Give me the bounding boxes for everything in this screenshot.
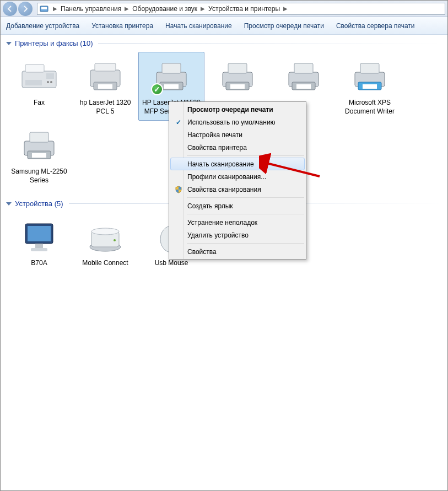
cm-label: Устранение неполадок: [187, 219, 257, 226]
svg-rect-11: [98, 84, 112, 89]
group-header-printers[interactable]: Принтеры и факсы (10): [1, 35, 447, 50]
svg-rect-34: [35, 244, 43, 248]
device-label: Microsoft XPS Document Writer: [339, 99, 400, 116]
svg-rect-31: [32, 153, 46, 158]
svg-rect-35: [31, 248, 47, 251]
svg-rect-1: [41, 7, 47, 9]
nav-back-button[interactable]: [3, 2, 17, 16]
drive-icon: [75, 217, 136, 257]
cm-label: Свойства принтера: [187, 144, 247, 152]
group-count: (5): [55, 199, 63, 208]
nav-forward-button[interactable]: [18, 2, 33, 16]
svg-rect-25: [360, 63, 379, 73]
arrow-left-icon: [7, 6, 13, 12]
arrow-right-icon: [22, 6, 29, 12]
cm-create-shortcut[interactable]: Создать ярлык: [170, 199, 305, 212]
breadcrumb-sep: ▶: [198, 6, 207, 12]
cm-troubleshoot[interactable]: Устранение неполадок: [170, 216, 305, 229]
device-label: hp LaserJet 1320 PCL 5: [75, 99, 136, 116]
cm-scan-props[interactable]: Свойства сканирования: [170, 183, 305, 196]
address-bar[interactable]: ▶ Панель управления ▶ Оборудование и зву…: [37, 3, 445, 15]
breadcrumb-part[interactable]: Устройства и принтеры: [207, 5, 281, 13]
svg-rect-19: [230, 84, 245, 89]
device-label: Usb Mouse: [141, 259, 202, 268]
printer-icon: [339, 57, 400, 96]
breadcrumb-sep: ▶: [281, 6, 290, 12]
device-item-mobile-connect[interactable]: Mobile Connect: [72, 212, 138, 273]
svg-rect-17: [228, 63, 247, 73]
command-bar: Добавление устройства Установка принтера…: [1, 17, 447, 35]
cm-label: Свойства сканирования: [187, 186, 261, 193]
svg-rect-7: [25, 80, 42, 85]
cm-scan-profiles[interactable]: Профили сканирования...: [170, 170, 305, 183]
svg-point-5: [47, 81, 49, 83]
default-check-icon: ✓: [151, 83, 163, 95]
cm-label: Настройка печати: [187, 131, 242, 139]
svg-rect-29: [30, 132, 48, 142]
breadcrumb-part[interactable]: Панель управления: [60, 5, 122, 13]
svg-rect-21: [294, 63, 313, 73]
cm-label: Использовать по умолчанию: [187, 118, 276, 126]
toolbar-server-props[interactable]: Свойства сервера печати: [335, 20, 416, 32]
control-panel-icon: [40, 4, 48, 13]
device-item-fax[interactable]: Fax: [6, 52, 72, 121]
printer-icon: ✓: [141, 57, 202, 96]
svg-rect-15: [164, 84, 179, 89]
fax-icon: [9, 57, 69, 96]
svg-rect-23: [296, 84, 311, 89]
shield-icon: [174, 185, 183, 194]
chevron-down-icon: [6, 42, 12, 45]
group-title: Устройства: [15, 199, 52, 208]
cm-print-prefs[interactable]: Настройка печати: [170, 128, 305, 141]
printer-icon: [207, 57, 268, 96]
device-item-hp1320[interactable]: hp LaserJet 1320 PCL 5: [72, 52, 138, 121]
toolbar-add-device[interactable]: Добавление устройства: [5, 20, 80, 32]
check-icon: ✓: [174, 118, 183, 127]
group-divider: [98, 43, 442, 44]
device-label: B70A: [9, 259, 69, 268]
titlebar: ▶ Панель управления ▶ Оборудование и зву…: [1, 1, 447, 17]
cm-properties[interactable]: Свойства: [170, 245, 305, 258]
svg-rect-13: [162, 63, 181, 73]
cm-label: Просмотр очереди печати: [187, 106, 273, 114]
svg-rect-9: [95, 63, 116, 71]
printer-icon: [273, 57, 334, 96]
toolbar-print-queue[interactable]: Просмотр очереди печати: [243, 20, 325, 32]
cm-remove-device[interactable]: Удалить устройство: [170, 229, 305, 241]
cm-label: Удалить устройство: [187, 231, 249, 239]
cm-start-scan[interactable]: Начать сканирование: [170, 158, 305, 170]
svg-point-38: [91, 228, 119, 235]
toolbar-start-scan[interactable]: Начать сканирование: [164, 20, 233, 32]
cm-label: Создать ярлык: [187, 202, 233, 210]
device-label: Samsung ML-2250 Series: [9, 168, 69, 185]
breadcrumb-part[interactable]: Оборудование и звук: [131, 5, 198, 13]
chevron-down-icon: [6, 202, 12, 206]
cm-separator: [187, 197, 304, 198]
cm-separator: [187, 214, 304, 214]
cm-label: Свойства: [187, 248, 217, 256]
cm-separator: [187, 243, 304, 244]
cm-set-default[interactable]: ✓ Использовать по умолчанию: [170, 116, 305, 128]
device-label: Mobile Connect: [75, 259, 136, 268]
svg-rect-33: [28, 226, 51, 241]
svg-point-6: [50, 81, 52, 83]
group-count: (10): [80, 39, 93, 47]
cm-printer-props[interactable]: Свойства принтера: [170, 141, 305, 154]
cm-view-queue[interactable]: Просмотр очереди печати: [170, 103, 305, 116]
device-item-samsung[interactable]: Samsung ML-2250 Series: [6, 121, 72, 190]
toolbar-install-printer[interactable]: Установка принтера: [90, 20, 154, 32]
device-label: Fax: [9, 99, 69, 107]
group-title: Принтеры и факсы: [15, 39, 78, 47]
svg-rect-27: [363, 84, 377, 89]
svg-rect-4: [46, 73, 54, 79]
printer-icon: [9, 126, 69, 165]
cm-label: Начать сканирование: [187, 160, 254, 168]
monitor-icon: [9, 217, 69, 257]
svg-point-39: [114, 239, 116, 241]
breadcrumb-sep: ▶: [51, 6, 60, 12]
printer-icon: [75, 57, 136, 96]
device-item-xps[interactable]: Microsoft XPS Document Writer: [337, 52, 403, 121]
device-item-computer[interactable]: B70A: [6, 212, 72, 273]
cm-label: Профили сканирования...: [187, 173, 266, 181]
svg-rect-3: [25, 64, 44, 72]
